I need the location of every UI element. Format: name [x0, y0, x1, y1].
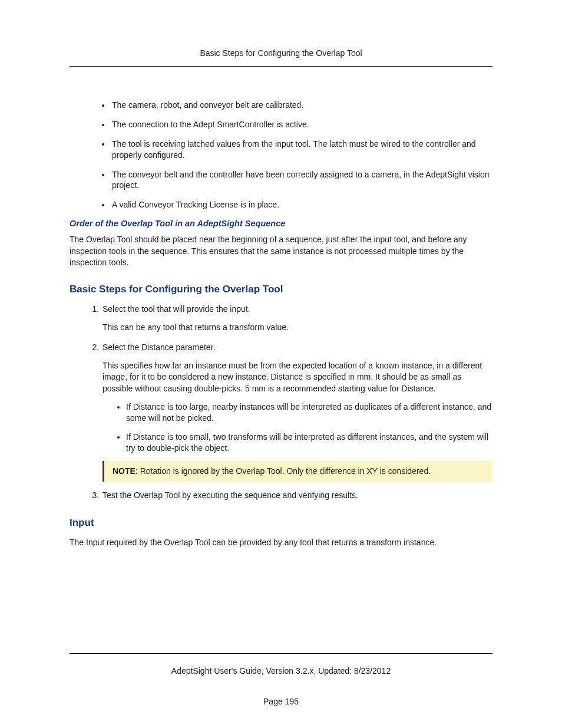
list-item: A valid Conveyor Tracking License is in …	[111, 199, 492, 210]
step-item: Select the tool that will provide the in…	[101, 304, 492, 334]
step-item: Select the Distance parameter. This spec…	[101, 342, 492, 482]
list-item: The tool is receiving latched values fro…	[111, 139, 492, 161]
heading-input: Input	[70, 517, 492, 529]
list-item: The connection to the Adept SmartControl…	[111, 119, 492, 130]
list-item: The camera, robot, and conveyor belt are…	[111, 100, 492, 111]
page-number: Page 195	[0, 697, 562, 706]
step-detail: This can be any tool that returns a tran…	[103, 322, 492, 333]
page-header-title: Basic Steps for Configuring the Overlap …	[70, 48, 492, 58]
paragraph: The Input required by the Overlap Tool c…	[70, 537, 492, 548]
subheading-order: Order of the Overlap Tool in an AdeptSig…	[70, 219, 492, 228]
list-item: If Distance is too large, nearby instanc…	[126, 401, 492, 424]
step-title: Select the Distance parameter.	[103, 342, 215, 352]
note-label: NOTE	[113, 466, 135, 476]
header-divider	[70, 66, 492, 67]
steps-list: Select the tool that will provide the in…	[70, 304, 492, 501]
list-item: If Distance is too small, two transforms…	[126, 431, 492, 454]
list-item: The conveyor belt and the controller hav…	[111, 169, 492, 192]
paragraph: The Overlap Tool should be placed near t…	[70, 234, 492, 268]
note-text: : Rotation is ignored by the Overlap Too…	[135, 466, 431, 476]
step-detail: This specifies how far an instance must …	[103, 360, 492, 394]
heading-basic-steps: Basic Steps for Configuring the Overlap …	[70, 284, 492, 295]
step-title: Select the tool that will provide the in…	[103, 304, 250, 314]
step-title: Test the Overlap Tool by executing the s…	[103, 490, 358, 500]
footer-divider	[70, 653, 492, 654]
note-box: NOTE: Rotation is ignored by the Overlap…	[103, 461, 492, 482]
step-item: Test the Overlap Tool by executing the s…	[101, 490, 492, 501]
footer-text: AdeptSight User's Guide, Version 3.2.x, …	[0, 666, 562, 676]
step-sublist: If Distance is too large, nearby instanc…	[103, 401, 492, 454]
page-body: Basic Steps for Configuring the Overlap …	[0, 0, 562, 548]
prereq-list: The camera, robot, and conveyor belt are…	[70, 100, 492, 210]
